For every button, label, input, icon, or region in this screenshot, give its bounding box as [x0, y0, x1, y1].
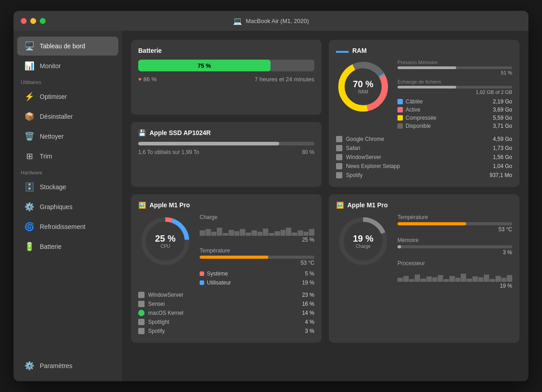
app-row: WindowServer 23 % — [138, 290, 314, 299]
trim-icon: ⊞ — [24, 151, 34, 161]
cpu-right-donut: 19 % Charge — [336, 214, 390, 268]
main-content: 🖥️ Tableau de bord 📊 Monitor Utilitaires… — [14, 31, 528, 381]
ram-legend: Câblée 2,19 Go Active 3,69 Go Compressée — [397, 98, 512, 129]
window-title: MacBook Air (M1, 2020) — [246, 18, 308, 24]
ram-title: ▬▬ RAM — [336, 47, 512, 54]
safari-icon — [336, 145, 342, 151]
cpu-right-card: 🖼️ Apple M1 Pro 19 % Charge — [329, 194, 519, 343]
sidebar-label-nettoyer: Nettoyer — [40, 133, 64, 140]
sidebar-item-refroidissement[interactable]: 🌀 Refroidissement — [17, 217, 118, 236]
cpu-right-title: 🖼️ Apple M1 Pro — [336, 201, 512, 209]
cpu-right-detail: Température 53 °C Mémoire 3 % — [397, 214, 512, 294]
system-legend: Système 5 % — [200, 271, 314, 277]
sidebar-item-monitor[interactable]: 📊 Monitor — [17, 56, 118, 75]
sidebar-label-trim: Trim — [40, 153, 52, 160]
ram-legend-compressee: Compressée 5,59 Go — [397, 115, 512, 121]
heart-icon: ♥ — [138, 76, 142, 83]
sidebar-item-nettoyer[interactable]: 🗑️ Nettoyer — [17, 127, 118, 146]
stockage-icon: 🗄️ — [24, 182, 34, 192]
ram-donut: 70 % RAM — [336, 60, 390, 114]
optimiser-icon: ⚡ — [24, 92, 34, 102]
app-row: News Explorer Setapp 1,04 Go — [336, 162, 512, 171]
battery-health: ♥ 86 % — [138, 76, 157, 83]
ssd-title: 💾 Apple SSD AP1024R — [138, 129, 314, 136]
ram-metrics: Pression Mémoire 51 % Echange de fichier… — [397, 60, 512, 129]
windowserver-ram-icon — [336, 154, 342, 160]
sidebar-item-tableau[interactable]: 🖥️ Tableau de bord — [17, 37, 118, 56]
maximize-button[interactable] — [40, 18, 46, 24]
ssd-card: 💾 Apple SSD AP1024R 1,6 To utilisés sur … — [131, 122, 322, 187]
kernel-icon — [138, 310, 145, 316]
ssd-percent: 80 % — [302, 149, 314, 155]
spotify-ram-icon — [336, 172, 342, 178]
cpu-right-metrics: Charge — [200, 214, 314, 286]
section-hardware: Hardware — [14, 166, 122, 177]
graphiques-icon: ⚙️ — [24, 202, 34, 212]
battery-card: Batterie 75 % ♥ 86 % 7 heures et 24 minu… — [131, 40, 322, 115]
windowserver-cpu-icon — [138, 292, 145, 298]
sidebar-label-refroidissement: Refroidissement — [40, 223, 85, 230]
nettoyer-icon: 🗑️ — [24, 131, 34, 141]
cpu-right-memoire: Mémoire 3 % — [397, 237, 512, 256]
sidebar: 🖥️ Tableau de bord 📊 Monitor Utilitaires… — [14, 31, 122, 381]
titlebar-title: 💻 MacBook Air (M1, 2020) — [233, 17, 308, 25]
sensei-icon — [138, 301, 145, 307]
ssd-used: 1,6 To utilisés sur 1,99 To — [138, 149, 199, 155]
close-button[interactable] — [21, 18, 27, 24]
cpu-right-temp-bar — [397, 222, 466, 225]
section-utilitaires: Utilitaires — [14, 76, 122, 87]
titlebar: 💻 MacBook Air (M1, 2020) — [14, 11, 528, 31]
sidebar-item-desinstaller[interactable]: 📦 Désinstaller — [17, 107, 118, 126]
compressee-color — [397, 115, 403, 121]
sidebar-item-optimiser[interactable]: ⚡ Optimiser — [17, 87, 118, 106]
minimize-button[interactable] — [30, 18, 36, 24]
ssd-bar — [138, 142, 279, 145]
app-row: Safari 1,73 Go — [336, 144, 512, 153]
processeur-sparkline — [397, 268, 512, 282]
system-color — [200, 271, 204, 276]
sidebar-item-graphiques[interactable]: ⚙️ Graphiques — [17, 197, 118, 216]
refroidissement-icon: 🌀 — [24, 222, 34, 232]
battery-title: Batterie — [138, 47, 314, 54]
battery-time: 7 heures et 24 minutes — [255, 76, 314, 83]
sidebar-item-batterie[interactable]: 🔋 Batterie — [17, 237, 118, 256]
echange-metric: Echange de fichiers 1,02 GB of 2 GB — [397, 79, 512, 95]
sidebar-label-batterie: Batterie — [40, 243, 61, 250]
cpu-left-icon: 🖼️ — [138, 201, 146, 209]
user-legend: Utilisateur 19 % — [200, 280, 314, 286]
charge-metric: Charge — [200, 214, 314, 243]
cpu-app-list: WindowServer 23 % Sensei 16 % macOS Kern… — [138, 290, 314, 336]
spotlight-icon — [138, 319, 145, 325]
ram-legend-active: Active 3,69 Go — [397, 107, 512, 113]
ssd-info: 1,6 To utilisés sur 1,99 To 80 % — [138, 149, 314, 155]
cablee-color — [397, 99, 403, 104]
user-color — [200, 280, 204, 285]
news-icon — [336, 163, 342, 169]
app-row: Google Chrome 4,59 Go — [336, 135, 512, 144]
cpu-right-gauge: 19 % Charge Température 53 °C — [336, 214, 512, 294]
sidebar-label-desinstaller: Désinstaller — [40, 113, 73, 120]
laptop-icon: 💻 — [233, 17, 242, 25]
battery-bar-container: 75 % — [138, 60, 314, 71]
cpu-left-card: 🖼️ Apple M1 Pro 25 % — [131, 194, 322, 343]
cpu-right-icon: 🖼️ — [336, 201, 344, 209]
sidebar-item-trim[interactable]: ⊞ Trim — [17, 147, 118, 166]
spotify-cpu-icon — [138, 328, 145, 334]
sidebar-item-stockage[interactable]: 🗄️ Stockage — [17, 177, 118, 196]
chrome-icon — [336, 136, 342, 142]
battery-percent: 75 % — [197, 62, 211, 69]
app-window: 💻 MacBook Air (M1, 2020) 🖥️ Tableau de b… — [14, 11, 528, 381]
sidebar-label-tableau: Tableau de bord — [40, 42, 85, 50]
sidebar-label-optimiser: Optimiser — [40, 93, 67, 100]
parametres-icon: ⚙️ — [24, 361, 34, 371]
charge-sparkline — [200, 222, 314, 236]
sidebar-label-stockage: Stockage — [40, 183, 66, 191]
sidebar-item-parametres[interactable]: ⚙️ Paramètres — [17, 356, 118, 375]
app-row: Spotify 3 % — [138, 327, 314, 336]
app-row: Sensei 16 % — [138, 299, 314, 308]
cpu-right-temp: Température 53 °C — [397, 214, 512, 233]
active-color — [397, 107, 403, 112]
app-row: Spotlight 4 % — [138, 317, 314, 327]
app-row: macOS Kernel 14 % — [138, 308, 314, 317]
disponible-color — [397, 123, 403, 129]
